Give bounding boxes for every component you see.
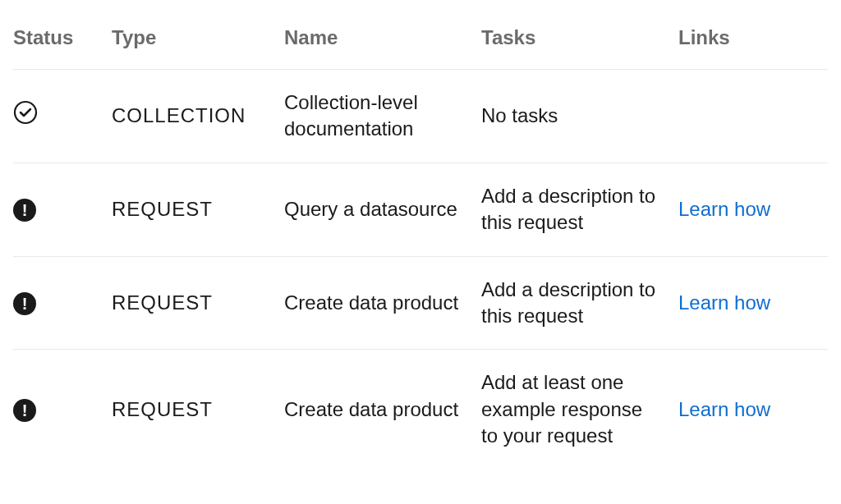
- learn-how-link[interactable]: Learn how: [678, 398, 770, 420]
- status-cell: !: [13, 396, 112, 423]
- table-row: ! REQUEST Create data product Add at lea…: [13, 349, 828, 469]
- type-cell: REQUEST: [112, 290, 284, 316]
- type-cell: REQUEST: [112, 196, 284, 222]
- tasks-cell: Add a description to this request: [481, 183, 678, 236]
- column-header-type: Type: [112, 26, 284, 49]
- learn-how-link[interactable]: Learn how: [678, 198, 770, 220]
- table-header-row: Status Type Name Tasks Links: [13, 0, 828, 69]
- status-cell: [13, 100, 112, 131]
- name-cell: Create data product: [284, 290, 481, 316]
- table-row: COLLECTION Collection-level documentatio…: [13, 69, 828, 163]
- table-row: ! REQUEST Query a datasource Add a descr…: [13, 163, 828, 256]
- alert-circle-icon: !: [13, 292, 36, 315]
- name-cell: Collection-level documentation: [284, 89, 481, 143]
- tasks-cell: No tasks: [481, 103, 678, 129]
- documentation-status-table: Status Type Name Tasks Links COLLECTION …: [0, 0, 841, 470]
- name-cell: Create data product: [284, 396, 481, 423]
- links-cell: Learn how: [678, 396, 826, 423]
- links-cell: Learn how: [678, 196, 826, 222]
- alert-circle-icon: !: [13, 399, 36, 422]
- checkmark-circle-icon: [13, 100, 38, 125]
- tasks-cell: Add a description to this request: [481, 277, 678, 330]
- column-header-status: Status: [13, 26, 112, 49]
- status-cell: !: [13, 290, 112, 316]
- column-header-tasks: Tasks: [481, 26, 678, 49]
- alert-circle-icon: !: [13, 199, 36, 222]
- learn-how-link[interactable]: Learn how: [678, 291, 770, 314]
- tasks-cell: Add at least one example response to you…: [481, 369, 678, 449]
- status-cell: !: [13, 196, 112, 222]
- svg-point-0: [15, 102, 36, 123]
- name-cell: Query a datasource: [284, 196, 481, 222]
- type-cell: REQUEST: [112, 396, 284, 423]
- links-cell: Learn how: [678, 290, 826, 316]
- column-header-links: Links: [678, 26, 826, 49]
- column-header-name: Name: [284, 26, 481, 49]
- type-cell: COLLECTION: [112, 103, 284, 129]
- table-row: ! REQUEST Create data product Add a desc…: [13, 256, 828, 350]
